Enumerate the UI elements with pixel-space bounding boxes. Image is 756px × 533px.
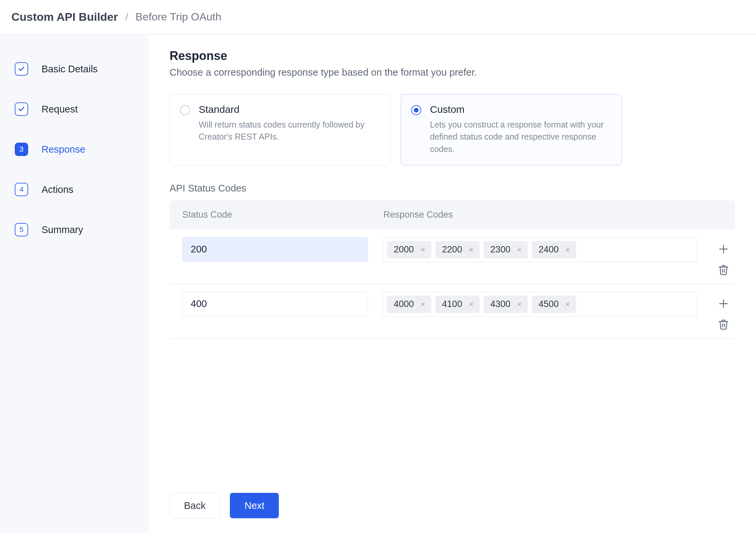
breadcrumb: Custom API Builder / Before Trip OAuth (0, 0, 756, 34)
chip-label: 4300 (490, 299, 510, 309)
radio-icon (180, 105, 190, 115)
status-codes-table: Status Code Response Codes 2000 2200 230… (170, 201, 735, 338)
add-row-button[interactable] (718, 298, 729, 309)
chip-label: 2400 (539, 244, 559, 255)
step-label: Request (42, 104, 78, 115)
delete-row-button[interactable] (718, 264, 729, 276)
next-button[interactable]: Next (230, 493, 279, 518)
option-description: Will return status codes currently follo… (199, 119, 380, 143)
response-code-chip: 4100 (435, 296, 480, 313)
remove-chip-button[interactable] (419, 246, 427, 253)
response-code-chip: 2200 (435, 241, 480, 258)
response-code-chip: 4000 (387, 296, 431, 313)
remove-chip-button[interactable] (564, 301, 571, 308)
table-header: Status Code Response Codes (170, 201, 735, 229)
response-code-chip: 4300 (484, 296, 528, 313)
radio-icon (411, 105, 421, 115)
remove-chip-button[interactable] (467, 301, 475, 308)
step-label: Summary (42, 224, 83, 235)
response-codes-input[interactable]: 4000 4100 4300 4500 (383, 292, 697, 317)
row-actions (712, 237, 735, 276)
chip-label: 2200 (442, 244, 462, 255)
table-row: 2000 2200 2300 2400 (170, 229, 735, 284)
remove-chip-button[interactable] (419, 301, 427, 308)
remove-chip-button[interactable] (516, 301, 523, 308)
wizard-sidebar: Basic Details Request 3 Response 4 Actio… (0, 34, 149, 533)
check-icon (15, 102, 28, 116)
step-basic-details[interactable]: Basic Details (15, 49, 137, 89)
main-panel: Response Choose a corresponding response… (149, 34, 756, 533)
chip-label: 4100 (442, 299, 462, 309)
column-status-code: Status Code (182, 210, 383, 220)
check-icon (15, 62, 28, 76)
section-label-status-codes: API Status Codes (170, 183, 735, 194)
wizard-footer: Back Next (170, 481, 735, 533)
add-row-button[interactable] (718, 243, 729, 255)
page-title: Response (170, 49, 735, 63)
response-codes-input[interactable]: 2000 2200 2300 2400 (383, 237, 697, 262)
remove-chip-button[interactable] (516, 246, 523, 253)
step-request[interactable]: Request (15, 89, 137, 129)
status-code-input[interactable] (182, 292, 368, 316)
step-number-badge: 3 (15, 143, 28, 156)
response-type-options: Standard Will return status codes curren… (170, 94, 735, 165)
breadcrumb-root[interactable]: Custom API Builder (11, 10, 118, 23)
wizard-stepper: Basic Details Request 3 Response 4 Actio… (15, 49, 137, 250)
table-row: 4000 4100 4300 4500 (170, 284, 735, 338)
response-code-chip: 2400 (532, 241, 576, 258)
step-number-badge: 5 (15, 223, 28, 236)
remove-chip-button[interactable] (564, 246, 571, 253)
step-actions[interactable]: 4 Actions (15, 169, 137, 210)
chip-label: 2300 (490, 244, 510, 255)
page-subtitle: Choose a corresponding response type bas… (170, 67, 735, 78)
breadcrumb-leaf: Before Trip OAuth (135, 11, 221, 23)
response-type-standard[interactable]: Standard Will return status codes curren… (170, 94, 391, 165)
option-title: Standard (199, 104, 380, 115)
step-label: Response (42, 144, 85, 155)
option-description: Lets you construct a response format wit… (430, 119, 612, 155)
chip-label: 2000 (394, 244, 414, 255)
option-title: Custom (430, 104, 612, 115)
step-label: Basic Details (42, 64, 98, 75)
response-code-chip: 2300 (484, 241, 528, 258)
step-number-badge: 4 (15, 183, 28, 196)
step-response[interactable]: 3 Response (15, 129, 137, 169)
back-button[interactable]: Back (170, 493, 220, 518)
delete-row-button[interactable] (718, 319, 729, 330)
response-type-custom[interactable]: Custom Lets you construct a response for… (401, 94, 622, 165)
row-actions (712, 292, 735, 330)
chip-label: 4000 (394, 299, 414, 309)
breadcrumb-separator: / (125, 11, 128, 23)
step-summary[interactable]: 5 Summary (15, 210, 137, 250)
column-response-codes: Response Codes (383, 210, 722, 220)
remove-chip-button[interactable] (467, 246, 475, 253)
response-code-chip: 4500 (532, 296, 576, 313)
status-code-input[interactable] (182, 237, 368, 261)
chip-label: 4500 (539, 299, 559, 309)
response-code-chip: 2000 (387, 241, 431, 258)
step-label: Actions (42, 184, 73, 195)
